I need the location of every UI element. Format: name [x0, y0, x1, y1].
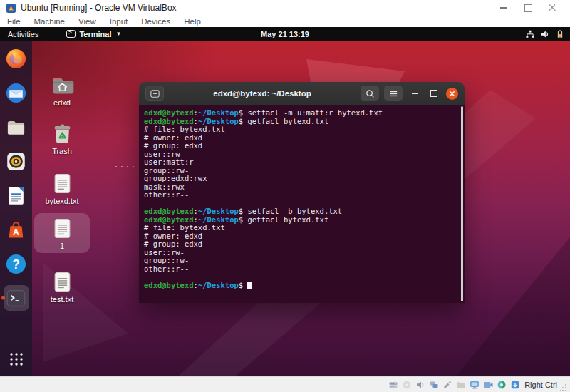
menu-file[interactable]: File: [7, 17, 21, 26]
dock-item-rhythmbox[interactable]: [4, 148, 29, 174]
terminal-line: # file: bytexd.txt: [144, 224, 457, 232]
terminal-line: group::rw-: [144, 257, 457, 265]
vb-hdd-icon[interactable]: [388, 379, 398, 390]
terminal-maximize-icon[interactable]: [427, 86, 441, 101]
desktop-icon-label: 1: [36, 242, 88, 250]
vb-audio-icon[interactable]: [415, 379, 425, 390]
vb-usb-icon[interactable]: [442, 379, 452, 390]
ubuntu-software-icon: A: [5, 219, 27, 241]
network-icon[interactable]: [524, 29, 535, 39]
svg-text:A: A: [13, 227, 19, 237]
dock-item-terminal[interactable]: [4, 285, 29, 311]
terminal-scrollbar[interactable]: [461, 106, 464, 301]
terminal-minimize-icon[interactable]: [408, 86, 422, 101]
desktop-icon-label: bytexd.txt: [36, 197, 88, 205]
vb-recording-icon[interactable]: [482, 379, 493, 390]
text-icon: [36, 270, 88, 294]
terminal-mini-icon: [66, 30, 76, 38]
maximize-icon[interactable]: [516, 1, 540, 15]
terminal-cursor: [247, 282, 252, 289]
focused-app-menu[interactable]: Terminal ▼: [66, 30, 121, 38]
terminal-line: user:matt:r--: [144, 158, 457, 167]
vb-folders-icon[interactable]: [455, 379, 466, 390]
running-indicator-dot: [1, 296, 5, 300]
trash-icon: [36, 122, 88, 145]
vb-keyboard-icon[interactable]: [509, 379, 520, 390]
gnome-topbar: Activities Terminal ▼ May 21 13:19: [0, 27, 570, 41]
dock-item-files[interactable]: [4, 114, 29, 140]
chevron-down-icon: ▼: [115, 31, 121, 37]
thunderbird-icon: [5, 82, 27, 104]
files-icon: [5, 116, 27, 138]
terminal-icon: [5, 287, 27, 309]
dock-item-thunderbird[interactable]: [4, 80, 29, 105]
terminal-line: user::rw-: [144, 249, 457, 257]
desktop-icon-label: edxd: [36, 98, 88, 107]
terminal-window[interactable]: edxd@bytexd: ~/Desktop edxd@bytexd:~/Des…: [139, 82, 465, 303]
dock: A?: [0, 41, 32, 376]
activities-button[interactable]: Activities: [0, 27, 46, 41]
desktop-icon-1[interactable]: 1: [34, 213, 90, 253]
terminal-title: edxd@bytexd: ~/Desktop: [169, 89, 356, 98]
vbox-statusbar: Right Ctrl: [0, 376, 570, 392]
menu-view[interactable]: View: [78, 17, 96, 26]
desktop-icon-test-txt[interactable]: test.txt: [34, 267, 90, 306]
folder-home-icon: [36, 73, 88, 97]
search-button[interactable]: [361, 86, 379, 101]
vbox-menubar: FileMachineViewInputDevicesHelp: [0, 16, 570, 27]
menu-machine[interactable]: Machine: [34, 17, 65, 26]
clock[interactable]: May 21 13:19: [261, 30, 309, 38]
battery-icon[interactable]: [554, 29, 565, 39]
desktop-icon-trash[interactable]: Trash: [34, 118, 90, 158]
vb-optical-icon[interactable]: [401, 379, 412, 390]
svg-text:?: ?: [12, 257, 20, 271]
dock-item-ubuntu-software[interactable]: A: [4, 217, 29, 242]
terminal-line: group:edxd:rwx: [144, 175, 457, 183]
text-icon: [36, 217, 88, 240]
dock-item-firefox[interactable]: [4, 46, 29, 71]
desktop-icon-label: test.txt: [36, 295, 88, 304]
host-key-label: Right Ctrl: [524, 381, 557, 389]
terminal-line: # file: bytexd.txt: [144, 125, 457, 134]
desktop-icon-bytexd-txt[interactable]: bytexd.txt: [34, 168, 90, 208]
close-icon[interactable]: [540, 1, 564, 15]
menu-help[interactable]: Help: [184, 17, 201, 26]
volume-icon[interactable]: [539, 29, 550, 39]
search-icon: [365, 88, 375, 99]
system-status-area[interactable]: [524, 27, 565, 41]
vbox-titlebar: Ubuntu [Running] - Oracle VM VirtualBox: [0, 0, 570, 16]
virtualbox-app-icon: [6, 3, 16, 14]
show-apps-button[interactable]: [4, 346, 29, 372]
terminal-titlebar[interactable]: edxd@bytexd: ~/Desktop: [139, 82, 465, 105]
menu-devices[interactable]: Devices: [141, 17, 170, 26]
vb-mouse-icon[interactable]: [496, 379, 507, 390]
terminal-line: other::r--: [144, 191, 457, 200]
firefox-icon: [5, 48, 27, 70]
vm-screen: Activities Terminal ▼ May 21 13:19 A? ed…: [0, 27, 570, 376]
minimize-icon[interactable]: [492, 1, 516, 15]
text-icon: [36, 172, 88, 195]
dock-item-libreoffice-writer[interactable]: [4, 182, 29, 208]
dock-item-help[interactable]: ?: [4, 251, 29, 277]
rhythmbox-icon: [5, 150, 27, 172]
new-tab-button[interactable]: [145, 86, 164, 101]
terminal-body[interactable]: edxd@bytexd:~/Desktop$ setfacl -m u:matt…: [139, 105, 465, 303]
libreoffice-writer-icon: [5, 185, 27, 207]
desktop-icon-edxd[interactable]: edxd: [34, 70, 90, 110]
terminal-line: # group: edxd: [144, 240, 457, 249]
vb-display-icon[interactable]: [469, 379, 480, 390]
desktop-icon-label: Trash: [36, 147, 88, 155]
window-title: Ubuntu [Running] - Oracle VM VirtualBox: [21, 3, 177, 13]
help-icon: ?: [5, 253, 27, 275]
vb-network-icon[interactable]: [428, 379, 439, 390]
resize-grip-icon[interactable]: [560, 382, 567, 392]
terminal-line: other::r--: [144, 265, 457, 274]
terminal-line: mask::rwx: [144, 183, 457, 192]
show-apps-grid-icon: [8, 351, 25, 368]
hamburger-icon: [389, 89, 398, 98]
menu-button[interactable]: [384, 86, 403, 101]
terminal-line: edxd@bytexd:~/Desktop$: [144, 282, 457, 290]
menu-input[interactable]: Input: [110, 17, 128, 26]
terminal-close-icon[interactable]: [446, 88, 458, 100]
terminal-line: # group: edxd: [144, 142, 457, 150]
